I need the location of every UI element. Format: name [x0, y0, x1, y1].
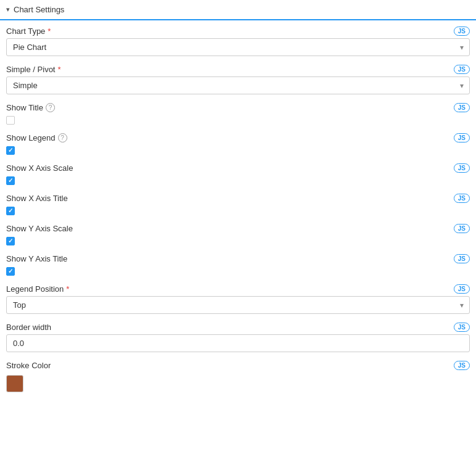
border-width-js-badge[interactable]: JS	[454, 323, 470, 332]
show-x-axis-title-field: Show X Axis Title JS	[0, 188, 476, 218]
simple-pivot-field: Simple / Pivot * JS Simple Pivot ▾	[0, 59, 476, 97]
simple-pivot-label: Simple / Pivot *	[6, 65, 61, 74]
legend-position-js-badge[interactable]: JS	[454, 284, 470, 294]
show-legend-checkbox-wrapper	[6, 146, 470, 155]
show-title-help-icon[interactable]: ?	[46, 103, 55, 112]
show-x-axis-scale-js-badge[interactable]: JS	[454, 163, 470, 173]
show-x-axis-scale-field: Show X Axis Scale JS	[0, 157, 476, 188]
show-legend-label-row: Show Legend ? JS	[6, 133, 470, 142]
show-y-axis-scale-checkbox[interactable]	[6, 237, 15, 245]
show-title-label-row: Show Title ? JS	[6, 103, 470, 112]
chart-type-field: Chart Type * JS Pie Chart Bar Chart Line…	[0, 20, 476, 59]
simple-pivot-js-badge[interactable]: JS	[454, 65, 470, 74]
show-legend-label: Show Legend ?	[6, 133, 67, 142]
chart-type-required: *	[48, 27, 51, 36]
section-header[interactable]: ▾ Chart Settings	[0, 0, 476, 20]
legend-position-field: Legend Position * JS Top Bottom Left Rig…	[0, 278, 476, 316]
stroke-color-js-badge[interactable]: JS	[454, 361, 470, 370]
show-title-js-badge[interactable]: JS	[454, 103, 470, 112]
simple-pivot-select-wrapper: Simple Pivot ▾	[6, 76, 470, 94]
show-y-axis-scale-label: Show Y Axis Scale	[6, 224, 73, 233]
show-legend-checkbox[interactable]	[6, 146, 15, 155]
simple-pivot-select[interactable]: Simple Pivot	[6, 76, 470, 94]
simple-pivot-required: *	[57, 65, 61, 74]
simple-pivot-label-row: Simple / Pivot * JS	[6, 65, 470, 74]
show-y-axis-title-checkbox-wrapper	[6, 267, 470, 276]
collapse-icon: ▾	[6, 6, 10, 14]
show-x-axis-title-label: Show X Axis Title	[6, 194, 68, 203]
show-x-axis-title-checkbox[interactable]	[6, 207, 15, 215]
legend-position-label: Legend Position *	[6, 284, 69, 294]
show-y-axis-scale-field: Show Y Axis Scale JS	[0, 218, 476, 248]
section-title: Chart Settings	[14, 5, 64, 14]
stroke-color-field: Stroke Color JS	[0, 355, 476, 395]
show-title-checkbox[interactable]	[6, 116, 15, 125]
legend-position-select-wrapper: Top Bottom Left Right ▾	[6, 296, 470, 314]
border-width-input[interactable]	[6, 334, 470, 352]
stroke-color-label: Stroke Color	[6, 361, 51, 370]
chart-type-label-row: Chart Type * JS	[6, 27, 470, 36]
show-y-axis-scale-checkbox-wrapper	[6, 237, 470, 245]
legend-position-required: *	[66, 284, 69, 294]
show-x-axis-title-checkbox-wrapper	[6, 207, 470, 215]
show-x-axis-title-js-badge[interactable]: JS	[454, 194, 470, 203]
border-width-label-row: Border width JS	[6, 323, 470, 332]
chart-settings-panel: ▾ Chart Settings Chart Type * JS Pie Cha…	[0, 0, 476, 395]
border-width-label: Border width	[6, 323, 51, 332]
show-legend-help-icon[interactable]: ?	[58, 133, 67, 142]
chart-type-js-badge[interactable]: JS	[454, 27, 470, 36]
chart-type-label: Chart Type *	[6, 27, 51, 36]
show-y-axis-scale-label-row: Show Y Axis Scale JS	[6, 224, 470, 233]
stroke-color-label-row: Stroke Color JS	[6, 361, 470, 370]
show-y-axis-title-label-row: Show Y Axis Title JS	[6, 254, 470, 263]
stroke-color-swatch[interactable]	[6, 375, 23, 392]
show-y-axis-title-js-badge[interactable]: JS	[454, 254, 470, 263]
show-x-axis-scale-label-row: Show X Axis Scale JS	[6, 163, 470, 173]
legend-position-label-row: Legend Position * JS	[6, 284, 470, 294]
show-title-field: Show Title ? JS	[0, 97, 476, 127]
show-y-axis-title-label: Show Y Axis Title	[6, 254, 67, 263]
show-legend-field: Show Legend ? JS	[0, 127, 476, 157]
show-y-axis-scale-js-badge[interactable]: JS	[454, 224, 470, 233]
show-x-axis-title-label-row: Show X Axis Title JS	[6, 194, 470, 203]
legend-position-select[interactable]: Top Bottom Left Right	[6, 296, 470, 314]
chart-type-select[interactable]: Pie Chart Bar Chart Line Chart Area Char…	[6, 38, 470, 56]
show-title-checkbox-wrapper	[6, 116, 470, 125]
border-width-field: Border width JS	[0, 316, 476, 355]
show-title-label: Show Title ?	[6, 103, 55, 112]
show-x-axis-scale-label: Show X Axis Scale	[6, 163, 73, 173]
show-x-axis-scale-checkbox[interactable]	[6, 176, 15, 185]
chart-type-select-wrapper: Pie Chart Bar Chart Line Chart Area Char…	[6, 38, 470, 56]
show-x-axis-scale-checkbox-wrapper	[6, 176, 470, 185]
show-legend-js-badge[interactable]: JS	[454, 133, 470, 142]
show-y-axis-title-field: Show Y Axis Title JS	[0, 248, 476, 278]
show-y-axis-title-checkbox[interactable]	[6, 267, 15, 276]
